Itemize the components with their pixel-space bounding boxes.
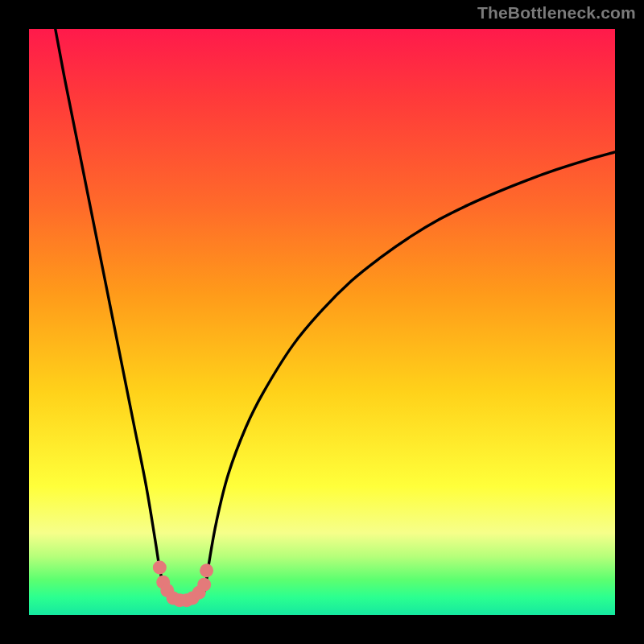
chart-plot-area bbox=[29, 29, 615, 615]
watermark-text: TheBottleneck.com bbox=[477, 3, 636, 23]
curve-left-branch bbox=[56, 29, 189, 601]
curve-right-branch bbox=[189, 152, 615, 600]
chart-frame: TheBottleneck.com bbox=[0, 0, 644, 644]
marker-point bbox=[197, 578, 211, 592]
marker-point bbox=[200, 564, 213, 577]
chart-svg bbox=[29, 29, 615, 615]
marker-point bbox=[153, 561, 167, 575]
